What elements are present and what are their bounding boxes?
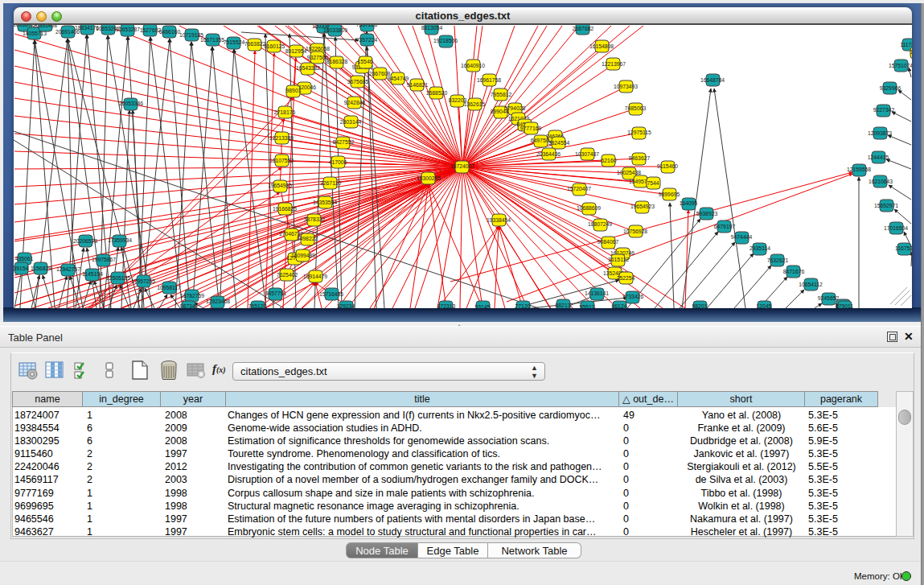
svg-text:417006: 417006 [329, 159, 347, 165]
svg-text:7663822: 7663822 [244, 41, 266, 47]
svg-text:12159558: 12159558 [847, 167, 871, 172]
svg-text:18226058: 18226058 [306, 46, 330, 51]
svg-text:18807249: 18807249 [588, 221, 612, 227]
svg-text:10958117: 10958117 [157, 285, 181, 290]
svg-text:12923468: 12923468 [206, 299, 230, 304]
svg-text:16154808: 16154808 [589, 43, 614, 49]
svg-text:16107552: 16107552 [269, 158, 294, 163]
svg-text:2718176: 2718176 [274, 109, 296, 115]
svg-text:1244415: 1244415 [868, 154, 889, 160]
svg-text:19654985: 19654985 [268, 183, 292, 188]
svg-text:9242848: 9242848 [344, 100, 366, 105]
svg-text:252254: 252254 [617, 275, 635, 281]
svg-text:16099489: 16099489 [291, 253, 315, 258]
svg-text:15692971: 15692971 [874, 203, 898, 208]
svg-text:879011: 879011 [836, 303, 853, 308]
svg-text:16648784: 16648784 [700, 77, 725, 83]
svg-text:9777169: 9777169 [520, 126, 542, 131]
svg-text:19338454: 19338454 [487, 217, 511, 223]
svg-text:9115460: 9115460 [657, 163, 678, 169]
svg-text:3824554: 3824554 [548, 140, 570, 146]
svg-text:435061: 435061 [15, 256, 34, 262]
svg-text:872313: 872313 [437, 303, 456, 308]
svg-text:98901: 98901 [286, 88, 302, 93]
svg-text:8427552: 8427552 [333, 139, 355, 145]
svg-text:20391408: 20391408 [33, 25, 57, 28]
svg-text:11325: 11325 [910, 49, 912, 55]
svg-text:20053346: 20053346 [119, 101, 143, 106]
svg-text:18300295: 18300295 [417, 175, 441, 181]
svg-text:164095: 164095 [680, 200, 698, 206]
svg-text:3267110: 3267110 [320, 180, 341, 186]
svg-text:12213967: 12213967 [602, 61, 626, 67]
svg-text:1362615: 1362615 [464, 101, 486, 107]
svg-text:1145194: 1145194 [82, 271, 103, 277]
svg-text:2803144: 2803144 [340, 119, 362, 125]
svg-text:16914479: 16914479 [303, 274, 327, 279]
svg-text:10973493: 10973493 [614, 84, 638, 89]
svg-text:15546: 15546 [358, 59, 373, 64]
svg-text:3878332: 3878332 [304, 216, 326, 222]
svg-text:12213389: 12213389 [269, 135, 294, 141]
svg-text:3675685: 3675685 [347, 79, 369, 84]
svg-text:2687682: 2687682 [573, 26, 594, 31]
svg-text:9160125: 9160125 [264, 43, 285, 49]
svg-text:10025438: 10025438 [617, 170, 641, 175]
svg-text:9084067: 9084067 [598, 239, 619, 245]
svg-text:20206578: 20206578 [73, 238, 97, 244]
svg-text:3498222: 3498222 [297, 236, 318, 241]
svg-text:16671355: 16671355 [200, 37, 224, 43]
svg-text:7544: 7544 [647, 180, 659, 186]
svg-text:16210643: 16210643 [869, 179, 893, 184]
svg-text:19654923: 19654923 [630, 204, 655, 209]
svg-text:98201: 98201 [692, 303, 708, 308]
svg-text:129234: 129234 [337, 303, 355, 308]
svg-text:15720407: 15720407 [567, 186, 591, 192]
svg-text:9463627: 9463627 [629, 155, 651, 161]
svg-text:8454749: 8454749 [388, 76, 409, 81]
svg-text:16782759: 16782759 [180, 293, 204, 299]
svg-text:12975115: 12975115 [627, 130, 651, 135]
svg-text:93145: 93145 [475, 304, 491, 308]
svg-text:18724007: 18724007 [450, 163, 474, 169]
svg-text:19166825: 19166825 [273, 206, 297, 212]
svg-text:7357226: 7357226 [356, 25, 378, 27]
svg-text:12093873: 12093873 [868, 130, 892, 136]
svg-text:1527602: 1527602 [140, 27, 162, 33]
svg-text:765120: 765120 [248, 303, 267, 308]
svg-text:17359934: 17359934 [108, 237, 132, 243]
svg-text:1156829: 1156829 [31, 266, 51, 271]
svg-text:12942757: 12942757 [56, 266, 80, 272]
svg-text:55512: 55512 [580, 304, 595, 308]
svg-text:10756928: 10756928 [623, 229, 647, 234]
svg-text:1615112: 1615112 [608, 257, 629, 262]
svg-text:17016504: 17016504 [884, 225, 908, 231]
svg-text:19218506: 19218506 [433, 38, 458, 43]
svg-text:7632621: 7632621 [767, 257, 789, 263]
svg-text:16640910: 16640910 [461, 63, 485, 68]
svg-text:12505135: 12505135 [106, 275, 130, 281]
svg-text:17957255: 17957255 [131, 278, 155, 284]
svg-text:15751074: 15751074 [889, 63, 912, 68]
svg-text:9457791: 9457791 [265, 290, 287, 296]
svg-text:1733426: 1733426 [622, 294, 644, 299]
svg-text:77120: 77120 [515, 303, 531, 308]
svg-text:12045: 12045 [757, 303, 772, 308]
svg-text:5938923: 5938923 [696, 211, 718, 216]
svg-text:10688609: 10688609 [577, 205, 601, 211]
svg-text:9899695: 9899695 [659, 192, 680, 197]
svg-text:66124: 66124 [612, 303, 627, 308]
svg-text:7625402: 7625402 [277, 272, 298, 278]
svg-text:6794028: 6794028 [504, 105, 526, 111]
svg-text:14353594: 14353594 [313, 200, 337, 205]
svg-text:39154: 39154 [14, 266, 29, 271]
svg-text:8471676: 8471676 [783, 269, 805, 274]
svg-text:8912954: 8912954 [285, 48, 307, 54]
svg-text:8813054: 8813054 [421, 25, 443, 31]
svg-text:987341: 987341 [180, 303, 199, 308]
svg-text:7485063: 7485063 [625, 105, 647, 111]
svg-text:10654112: 10654112 [799, 282, 823, 287]
svg-text:8186328: 8186328 [326, 59, 348, 64]
svg-text:6479197: 6479197 [714, 224, 736, 229]
svg-text:9327500: 9327500 [307, 55, 329, 60]
